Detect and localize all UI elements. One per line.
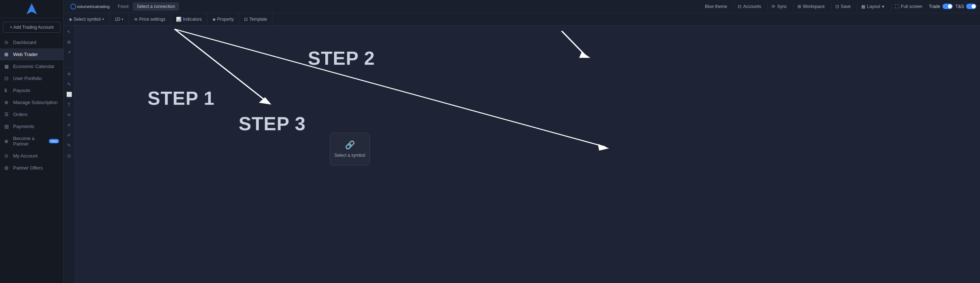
eye-tool[interactable]: ◎ <box>64 150 74 160</box>
price-settings-button[interactable]: ≋ Price settings <box>129 13 171 25</box>
fullscreen-button[interactable]: ⛶ Full screen <box>891 3 926 11</box>
fullscreen-label: Full screen <box>901 4 923 9</box>
arrows-svg <box>75 25 980 283</box>
svg-line-2 <box>175 29 268 103</box>
sidebar-item-economic-calendar[interactable]: ▦ Economic Calendar <box>0 60 64 73</box>
svg-marker-3 <box>259 97 271 104</box>
trade-toggle-group: Trade <box>929 4 953 9</box>
property-label: Property <box>217 17 234 22</box>
line-tool-2[interactable]: ≡ <box>64 120 74 130</box>
top-bar: volumetricatrading Feed Select a connect… <box>64 0 980 13</box>
pencil-tool[interactable]: ✎ <box>64 141 74 150</box>
pointer-tool[interactable]: ↗ <box>64 47 74 57</box>
top-bar-left: volumetricatrading Feed Select a connect… <box>67 0 179 13</box>
steps-overlay: STEP 1 STEP 2 STEP 3 <box>75 25 980 283</box>
nav-label-user-portfolio: User Portfolio <box>13 76 42 81</box>
step3-label: STEP 3 <box>239 113 305 134</box>
sidebar-item-orders[interactable]: ☰ Orders <box>0 108 64 120</box>
sidebar-item-dashboard[interactable]: ⊙ Dashboard <box>0 36 64 48</box>
timeframe-chevron-icon: ▾ <box>122 17 124 21</box>
sidebar-item-web-trader[interactable]: ⊞ Web Trader <box>0 48 64 60</box>
text-tool[interactable]: T <box>64 100 74 109</box>
nav-icon-dashboard: ⊙ <box>4 40 10 45</box>
nav-icon-partner-offers: ⊞ <box>4 165 10 171</box>
select-symbol-card-label: Select a symbol <box>334 153 365 158</box>
chart-area: STEP 1 STEP 2 STEP 3 🔗 Select a symbol <box>75 25 980 283</box>
feed-label: Feed <box>118 4 129 9</box>
template-button[interactable]: ⊡ Template <box>239 13 272 25</box>
trade-label: Trade <box>929 4 940 9</box>
nav-list: ⊙ Dashboard ⊞ Web Trader ▦ Economic Cale… <box>0 36 64 174</box>
sidebar-item-payouts[interactable]: $ Payouts <box>0 84 64 96</box>
timeframe-selector[interactable]: 1D ▾ <box>110 13 129 25</box>
nav-icon-web-trader: ⊞ <box>4 52 10 57</box>
theme-label: Blue theme <box>701 4 731 9</box>
link-icon: 🔗 <box>345 141 355 150</box>
measure-tool[interactable]: ✐ <box>64 130 74 140</box>
sidebar-item-partner-offers[interactable]: ⊞ Partner Offers <box>0 162 64 174</box>
volumetrica-logo: volumetricatrading <box>67 0 113 13</box>
price-settings-icon: ≋ <box>134 17 138 22</box>
sidebar-item-become-partner[interactable]: ⊕ Become a Partner New <box>0 133 64 150</box>
svg-text:volumetricatrading: volumetricatrading <box>77 4 110 9</box>
workspace-label: Workspace <box>803 4 825 9</box>
sidebar-item-manage-subscription[interactable]: ⊛ Manage Subscription <box>0 96 64 108</box>
svg-line-4 <box>562 31 587 57</box>
nav-label-payouts: Payouts <box>13 88 30 93</box>
sync-icon: ⟳ <box>772 4 775 9</box>
ts-toggle[interactable] <box>966 4 976 9</box>
nav-label-payments: Payments <box>13 124 34 129</box>
layout-label: Layout <box>867 4 880 9</box>
timeframe-label: 1D <box>115 17 120 22</box>
second-toolbar: ◈ Select symbol ▾ 1D ▾ ≋ Price settings … <box>64 13 980 25</box>
save-button[interactable]: ⊡ Save <box>831 3 854 11</box>
nav-icon-manage-subscription: ⊛ <box>4 100 10 105</box>
nav-label-economic-calendar: Economic Calendar <box>13 64 54 69</box>
layout-chevron-icon: ▾ <box>882 4 884 9</box>
sidebar-item-payments[interactable]: ▤ Payments <box>0 120 64 133</box>
nav-label-manage-subscription: Manage Subscription <box>13 100 57 105</box>
nav-icon-payments: ▤ <box>4 124 10 129</box>
layout-icon: ▦ <box>861 4 865 9</box>
select-symbol-dropdown[interactable]: ◈ Select symbol ▾ <box>64 13 110 25</box>
crosshair-tool[interactable]: ✛ <box>64 69 74 79</box>
step1-label: STEP 1 <box>148 87 215 109</box>
trade-toggle[interactable] <box>942 4 953 9</box>
fullscreen-icon: ⛶ <box>895 4 899 9</box>
property-icon: ◈ <box>212 17 216 22</box>
save-icon: ⊡ <box>835 4 839 9</box>
accounts-button[interactable]: ⊡ Accounts <box>734 3 765 11</box>
nav-icon-orders: ☰ <box>4 112 10 117</box>
left-toolbar: ↖ ⊕ ↗ ✛ ✎ ⬜ T ≡ ≡ ✐ ✎ ◎ <box>64 25 75 161</box>
ts-toggle-group: T&S <box>956 4 976 9</box>
indicators-icon: 📊 <box>176 17 181 22</box>
rectangle-tool[interactable]: ⬜ <box>64 90 74 99</box>
sidebar-logo <box>0 0 64 18</box>
sidebar: + Add Trading Account ⊙ Dashboard ⊞ Web … <box>0 0 64 283</box>
nav-label-become-partner: Become a Partner <box>13 136 45 147</box>
sync-button[interactable]: ⟳ Sync <box>768 3 791 11</box>
indicators-button[interactable]: 📊 Indicators <box>171 13 207 25</box>
property-button[interactable]: ◈ Property <box>207 13 239 25</box>
nav-icon-economic-calendar: ▦ <box>4 64 10 69</box>
draw-tool[interactable]: ✎ <box>64 79 74 89</box>
zoom-in-tool[interactable]: ⊕ <box>64 37 74 47</box>
template-icon: ⊡ <box>244 17 248 22</box>
separator <box>65 58 73 68</box>
nav-icon-user-portfolio: ⊡ <box>4 76 10 81</box>
select-connection-button[interactable]: Select a connection <box>133 3 179 11</box>
layout-button[interactable]: ▦ Layout ▾ <box>857 3 888 11</box>
accounts-label: Accounts <box>743 4 761 9</box>
select-symbol-card[interactable]: 🔗 Select a symbol <box>330 133 370 166</box>
sidebar-item-user-portfolio[interactable]: ⊡ User Portfolio <box>0 73 64 84</box>
workspace-button[interactable]: ⊞ Workspace <box>794 3 829 11</box>
sidebar-item-my-account[interactable]: ⊙ My Account <box>0 150 64 162</box>
add-trading-account-button[interactable]: + Add Trading Account <box>3 22 60 33</box>
line-tool-1[interactable]: ≡ <box>64 110 74 119</box>
top-bar-right: Blue theme ⊡ Accounts ⟳ Sync ⊞ Workspace… <box>701 3 976 11</box>
cursor-tool[interactable]: ↖ <box>64 27 74 36</box>
brand-logo-svg: volumetricatrading <box>70 3 110 10</box>
step2-label: STEP 2 <box>308 47 375 69</box>
nav-label-partner-offers: Partner Offers <box>13 165 43 171</box>
symbol-label: Select symbol <box>73 17 101 22</box>
